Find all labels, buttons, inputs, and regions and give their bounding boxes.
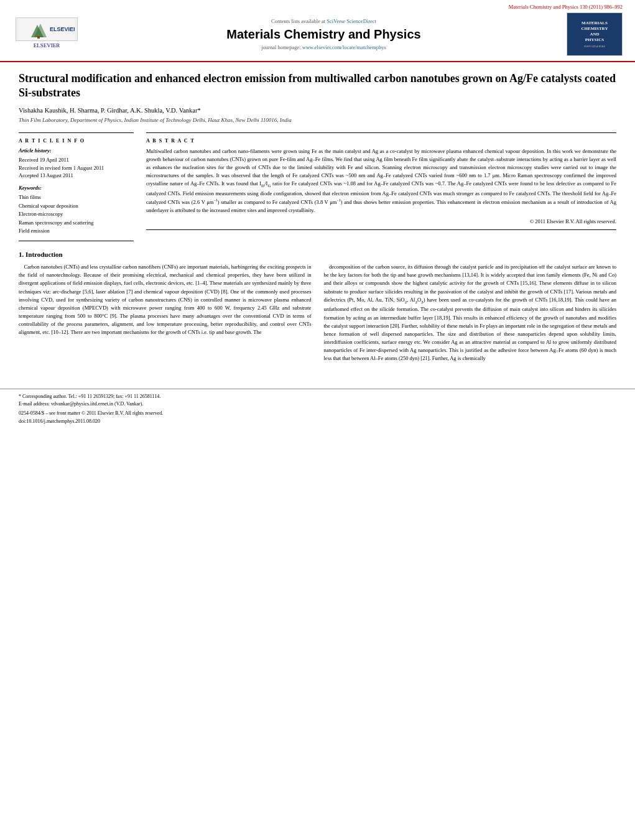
svg-rect-3 [37, 36, 40, 39]
journal-logo-row: ELSEVIER ELSEVIER Contents lists availab… [0, 12, 635, 61]
keywords-section: Keywords: Thin films Chemical vapour dep… [19, 185, 134, 236]
article-info-box: A R T I C L E I N F O Article history: R… [19, 132, 134, 241]
abstract-label: A B S T R A C T [146, 138, 616, 144]
intro-left-para: Carbon nanotubes (CNTs) and less crystal… [19, 263, 312, 337]
revised-date: Received in revised form 1 August 2011 [19, 164, 134, 172]
journal-homepage: journal homepage: www.elsevier.com/locat… [93, 44, 554, 50]
elsevier-logo: ELSEVIER ELSEVIER [12, 17, 81, 52]
keyword-2: Chemical vapour deposition [19, 202, 134, 211]
article-info-col: A R T I C L E I N F O Article history: R… [19, 132, 134, 241]
intro-right-para: decomposition of the carbon source, its … [324, 263, 617, 363]
journal-title: Materials Chemistry and Physics [93, 27, 554, 42]
keyword-4: Raman spectroscopy and scattering [19, 219, 134, 228]
authors: Vishakha Kaushik, H. Sharma, P. Girdhar,… [19, 107, 616, 114]
elsevier-logo-box: ELSEVIER [16, 17, 78, 41]
journal-top-bar: Materials Chemistry and Physics 130 (201… [0, 4, 635, 10]
received-date: Received 19 April 2011 [19, 156, 134, 164]
abstract-box: A B S T R A C T Multiwalled carbon nanot… [146, 132, 616, 231]
section-introduction: 1. Introduction Carbon nanotubes (CNTs) … [19, 251, 616, 367]
footer-issn: 0254-0584/$ – see front matter © 2011 El… [19, 410, 616, 416]
main-content: Structural modification and enhanced ele… [0, 62, 635, 376]
keyword-1: Thin films [19, 193, 134, 202]
keyword-3: Electron-microscopy [19, 210, 134, 219]
introduction-body: Carbon nanotubes (CNTs) and less crystal… [19, 263, 616, 367]
page-footer: * Corresponding author. Tel.: +91 11 265… [0, 389, 635, 424]
affiliation: Thin Film Laboratory, Department of Phys… [19, 117, 616, 123]
footnote-email: E-mail address: vdvankar@physics.iitd.er… [19, 400, 616, 408]
sciverse-line: Contents lists available at SciVerse Sci… [93, 18, 554, 24]
elsevier-brand-text: ELSEVIER [34, 42, 60, 48]
accepted-date: Accepted 13 August 2011 [19, 172, 134, 180]
keywords-label: Keywords: [19, 185, 134, 191]
history-label: Article history: [19, 147, 134, 154]
abstract-text: Multiwalled carbon nanotubes and carbon … [146, 147, 616, 215]
article-title: Structural modification and enhanced ele… [19, 72, 616, 101]
intro-right-col: decomposition of the carbon source, its … [324, 263, 617, 367]
journal-header: Materials Chemistry and Physics 130 (201… [0, 0, 635, 62]
article-info-label: A R T I C L E I N F O [19, 138, 134, 144]
sciverse-link[interactable]: SciVerse ScienceDirect [327, 18, 376, 24]
footnote-star: * Corresponding author. Tel.: +91 11 265… [19, 393, 616, 400]
homepage-link[interactable]: www.elsevier.com/locate/matchemphys [302, 44, 386, 50]
article-info-abstract-row: A R T I C L E I N F O Article history: R… [19, 132, 616, 241]
footer-doi: doi:10.1016/j.matchemphys.2011.08.020 [19, 418, 616, 424]
intro-left-col: Carbon nanotubes (CNTs) and less crystal… [19, 263, 312, 367]
section-title: 1. Introduction [19, 251, 616, 258]
svg-text:ELSEVIER: ELSEVIER [50, 26, 75, 32]
copyright-line: © 2011 Elsevier B.V. All rights reserved… [146, 218, 616, 224]
abstract-col: A B S T R A C T Multiwalled carbon nanot… [146, 132, 616, 241]
journal-citation: Materials Chemistry and Physics 130 (201… [509, 4, 623, 10]
journal-center: Contents lists available at SciVerse Sci… [81, 18, 567, 50]
keyword-5: Field emission [19, 227, 134, 236]
journal-right-logo: MATERIALSCHEMISTRYANDPHYSICS ISSN 0254-0… [567, 12, 623, 56]
